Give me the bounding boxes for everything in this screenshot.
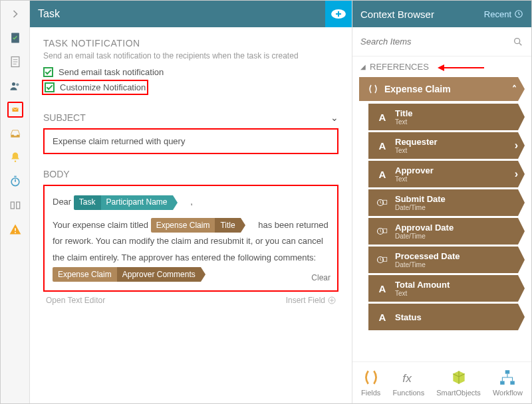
warning-icon[interactable] [7,221,23,237]
expand-icon[interactable] [7,6,23,22]
token-expenseclaim-approvercomments[interactable]: Expense ClaimApprover Comments [53,267,216,282]
field-type: Text [395,176,434,183]
recent-link[interactable]: Recent [484,9,523,19]
chevron-down-icon[interactable]: ⌄ [331,112,338,123]
svg-rect-34 [501,381,505,384]
open-text-editor-link[interactable]: Open Text Editor [46,296,105,305]
search-input[interactable] [360,37,513,47]
search-icon[interactable] [513,37,523,47]
annotation-arrow-icon [438,63,484,72]
subject-input[interactable]: Expense claim returned with query [43,128,338,154]
svg-point-6 [16,83,19,86]
task-header: Task [30,1,352,27]
document-lines-icon[interactable] [7,54,23,70]
field-type: Date/Time [395,262,460,268]
reference-field[interactable]: Submit DateDate/Time [368,189,525,216]
chevron-right-icon[interactable]: › [515,168,518,180]
field-type: Text [395,148,438,154]
references-heading-row[interactable]: ◢ REFERENCES [352,56,531,77]
token-expenseclaim-title[interactable]: Expense ClaimTitle [151,218,256,233]
triangle-collapse-icon[interactable]: ◢ [360,63,366,70]
field-type: Date/Time [395,205,446,211]
svg-rect-15 [15,232,16,233]
reference-root-expense-claim[interactable]: Expense Claim ˄ [359,77,525,101]
svg-point-8 [14,161,16,163]
send-email-label: Send email task notification [59,67,164,77]
inbox-icon[interactable] [7,126,23,142]
svg-rect-13 [16,202,19,209]
field-name: Processed Date [395,252,460,260]
field-name: Approval Date [395,223,454,232]
layout-icon[interactable] [7,197,23,213]
field-name: Total Amount [395,280,450,289]
field-type-icon: A [375,310,390,324]
field-type-icon: A [375,167,390,181]
field-type-icon [375,252,390,267]
body-heading: BODY [43,169,338,179]
tab-functions[interactable]: fx Functions [392,369,424,397]
body-text-1: Your expense claim titled [53,220,148,230]
tab-workflow[interactable]: Workflow [493,369,523,397]
subject-value: Expense claim returned with query [53,136,185,146]
references-label: REFERENCES [370,62,429,72]
timer-icon[interactable] [7,173,23,189]
svg-rect-33 [505,370,510,373]
token-task-participant[interactable]: TaskParticipant Name [74,195,188,210]
tab-fields[interactable]: Fields [361,369,380,397]
reference-field[interactable]: AApproverText› [368,161,525,187]
send-email-checkbox-row[interactable]: Send email task notification [43,67,338,77]
field-type: Text [395,119,413,126]
email-icon[interactable] [7,102,23,118]
context-title: Context Browser [360,9,434,20]
field-type-icon: A [375,281,390,296]
reference-field[interactable]: ATotal AmountText [368,275,525,302]
field-type: Text [395,290,450,297]
svg-rect-14 [15,228,16,231]
customize-notification-label: Customize Notification [60,82,146,92]
reference-field[interactable]: ATitleText [368,104,525,130]
chevron-right-icon[interactable]: › [515,140,518,152]
clear-body-link[interactable]: Clear [311,270,331,286]
reference-field[interactable]: ARequesterText› [368,132,525,159]
field-name: Title [395,109,413,118]
field-type: Date/Time [395,233,454,240]
checkbox-checked-icon[interactable] [43,67,53,77]
checkbox-checked-icon[interactable] [45,82,55,92]
svg-line-24 [519,43,521,45]
reference-field[interactable]: AStatus [368,304,525,330]
context-browser: Context Browser Recent ◢ REFERENCES Expe… [352,1,531,403]
insert-field-link[interactable]: Insert Field [286,296,336,305]
field-name: Submit Date [395,195,446,203]
context-footer-tabs: Fields fx Functions SmartObjects Workflo… [352,361,531,403]
users-icon[interactable] [7,78,23,94]
svg-rect-35 [511,381,515,384]
customize-notification-checkbox-row[interactable]: Customize Notification [43,81,147,94]
task-notification-heading: TASK NOTIFICATION [43,38,338,49]
add-recipient-button[interactable] [325,1,352,27]
context-header: Context Browser Recent [352,1,531,27]
clipboard-check-icon[interactable] [7,30,23,46]
reference-field[interactable]: Approval DateDate/Time [368,218,525,245]
svg-rect-12 [11,202,14,209]
left-icon-rail [1,1,30,403]
field-type-icon [375,224,390,239]
body-editor[interactable]: Dear TaskParticipant Name , Your expense… [43,185,338,292]
task-panel: Task TASK NOTIFICATION Send an email tas… [30,1,352,403]
svg-text:fx: fx [403,371,413,385]
field-type-icon: A [375,110,390,124]
body-dear: Dear [53,197,71,207]
chevron-up-icon[interactable]: ˄ [512,84,517,94]
svg-point-5 [12,82,15,86]
task-title: Task [38,8,60,20]
subject-heading: SUBJECT [43,112,86,123]
bell-icon[interactable] [7,150,23,165]
field-name: Approver [395,166,434,175]
svg-point-23 [515,38,520,43]
tab-smartobjects[interactable]: SmartObjects [436,369,481,397]
field-name: Status [395,313,422,322]
task-notification-subtext: Send an email task notification to the r… [43,51,338,60]
brackets-icon [367,83,379,95]
field-type-icon [375,195,390,210]
search-row [352,27,531,56]
reference-field[interactable]: Processed DateDate/Time [368,247,525,273]
